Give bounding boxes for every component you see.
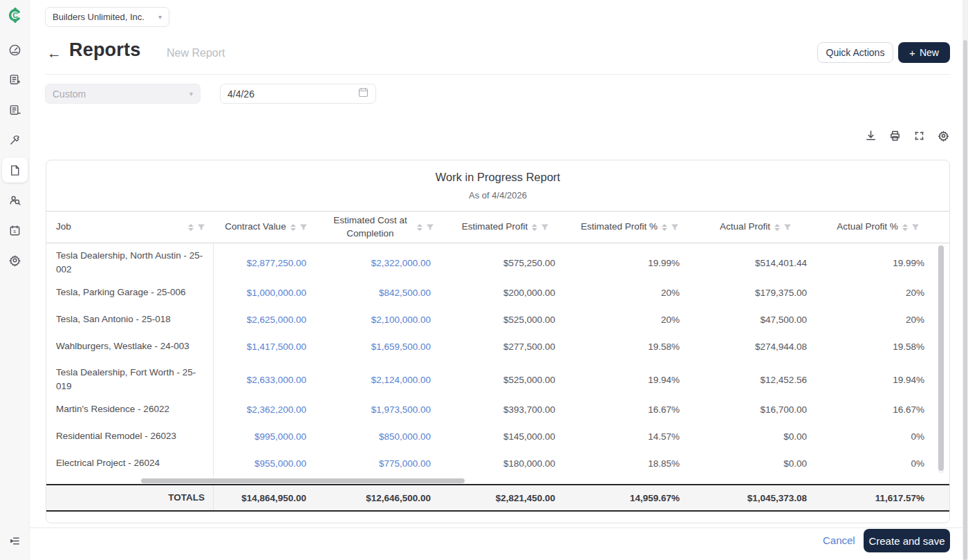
estimated-profit-pct-cell: 19.94% bbox=[568, 375, 692, 385]
sidebar-collapse-button[interactable] bbox=[2, 528, 28, 553]
download-icon[interactable] bbox=[863, 128, 878, 143]
sidebar-item-payroll[interactable]: s bbox=[2, 218, 28, 243]
sort-icon[interactable] bbox=[417, 224, 422, 231]
estimated-profit-cell: $525,000.00 bbox=[443, 315, 568, 325]
filter-icon[interactable] bbox=[783, 223, 792, 232]
estimated-profit-cell: $200,000.00 bbox=[443, 288, 568, 298]
estimated-cost-cell[interactable]: $775,000.00 bbox=[319, 458, 443, 469]
filter-icon[interactable] bbox=[911, 223, 920, 232]
table-header-row: Job Contract Value Estimated Cost at Com… bbox=[46, 211, 949, 243]
calendar-icon[interactable] bbox=[358, 87, 369, 100]
sort-icon[interactable] bbox=[532, 224, 537, 231]
contract-value-cell[interactable]: $2,877,250.00 bbox=[214, 258, 319, 268]
filter-icon[interactable] bbox=[426, 223, 434, 232]
column-header-actual-profit[interactable]: Actual Profit bbox=[692, 212, 819, 243]
actual-profit-cell: $179,375.00 bbox=[692, 288, 819, 298]
calendar-dollar-icon: s bbox=[8, 224, 21, 237]
contract-value-cell[interactable]: $2,633,000.00 bbox=[214, 375, 319, 385]
column-header-contract-value[interactable]: Contract Value bbox=[214, 212, 319, 243]
app-logo-icon[interactable]: C bbox=[6, 6, 24, 24]
settings-icon[interactable] bbox=[936, 128, 951, 143]
estimated-profit-pct-cell: 14.57% bbox=[568, 431, 692, 442]
print-icon[interactable] bbox=[887, 128, 902, 143]
date-range-select[interactable]: Custom ▾ bbox=[45, 84, 201, 104]
report-title: Work in Progress Report bbox=[46, 171, 949, 184]
page-icon bbox=[8, 164, 21, 177]
totals-row: TOTALS $14,864,950.00 $12,646,500.00 $2,… bbox=[46, 484, 949, 512]
collapse-menu-icon bbox=[8, 534, 21, 548]
sidebar-item-contacts[interactable] bbox=[2, 187, 28, 212]
estimated-cost-cell[interactable]: $2,100,000.00 bbox=[319, 315, 443, 325]
filter-icon[interactable] bbox=[671, 223, 679, 232]
create-and-save-button[interactable]: Create and save bbox=[864, 529, 950, 552]
actual-profit-pct-cell: 19.99% bbox=[819, 258, 937, 268]
table-vertical-scrollbar[interactable] bbox=[938, 245, 944, 474]
estimated-profit-pct-cell: 16.67% bbox=[568, 404, 692, 415]
sidebar-item-estimates[interactable] bbox=[2, 97, 28, 122]
column-header-estimated-profit[interactable]: Estimated Profit bbox=[443, 212, 568, 243]
totals-actual-profit: $1,045,373.08 bbox=[692, 493, 819, 503]
contract-value-cell[interactable]: $995,000.00 bbox=[214, 431, 319, 442]
breadcrumb: New Report bbox=[167, 47, 225, 59]
column-header-estimated-profit-pct[interactable]: Estimated Profit % bbox=[568, 212, 692, 243]
filter-icon[interactable] bbox=[197, 223, 205, 232]
estimated-profit-cell: $145,000.00 bbox=[443, 431, 568, 442]
table-horizontal-scrollbar[interactable] bbox=[46, 477, 949, 484]
actual-profit-pct-cell: 20% bbox=[819, 288, 937, 298]
window-scrollbar[interactable] bbox=[962, 0, 968, 560]
gauge-icon bbox=[8, 44, 21, 57]
estimated-cost-cell[interactable]: $1,973,500.00 bbox=[319, 404, 443, 415]
filter-icon[interactable] bbox=[541, 223, 549, 232]
job-cell: Tesla, Parking Garage - 25-006 bbox=[46, 279, 214, 306]
filter-icon[interactable] bbox=[299, 223, 308, 232]
totals-actual-profit-pct: 11,617.57% bbox=[819, 493, 937, 503]
contract-value-cell[interactable]: $2,625,000.00 bbox=[214, 315, 319, 325]
estimated-cost-cell[interactable]: $2,124,000.00 bbox=[319, 375, 443, 385]
sidebar-item-settings[interactable] bbox=[2, 248, 28, 272]
job-cell: Residential Remodel - 26023 bbox=[46, 423, 214, 450]
contract-value-cell[interactable]: $2,362,200.00 bbox=[214, 404, 319, 415]
sidebar-item-jobs[interactable] bbox=[2, 127, 28, 152]
job-cell: Electrical Project - 26024 bbox=[46, 450, 214, 477]
column-header-estimated-cost[interactable]: Estimated Cost at Completion bbox=[319, 212, 443, 243]
contract-value-cell[interactable]: $1,417,500.00 bbox=[214, 342, 319, 352]
sort-icon[interactable] bbox=[188, 224, 194, 231]
estimated-profit-pct-cell: 19.58% bbox=[568, 342, 692, 352]
report-toolbar bbox=[863, 128, 951, 143]
sidebar-item-dashboard[interactable] bbox=[2, 37, 28, 62]
as-of-date-input[interactable] bbox=[227, 88, 345, 100]
sort-icon[interactable] bbox=[774, 224, 780, 231]
estimated-cost-cell[interactable]: $850,000.00 bbox=[319, 431, 443, 442]
job-cell: Martin's Residence - 26022 bbox=[46, 396, 214, 423]
report-subtitle: As of 4/4/2026 bbox=[46, 190, 949, 200]
cancel-button[interactable]: Cancel bbox=[823, 534, 855, 546]
estimated-cost-cell[interactable]: $2,322,000.00 bbox=[319, 258, 443, 268]
svg-text:C: C bbox=[12, 11, 18, 19]
job-cell: Tesla, San Antonio - 25-018 bbox=[46, 306, 214, 333]
actual-profit-cell: $12,452.56 bbox=[692, 375, 819, 385]
estimated-cost-cell[interactable]: $1,659,500.00 bbox=[319, 342, 443, 352]
new-button[interactable]: + New bbox=[898, 42, 950, 63]
contract-value-cell[interactable]: $1,000,000.00 bbox=[214, 288, 319, 298]
sort-icon[interactable] bbox=[290, 224, 296, 231]
people-search-icon bbox=[8, 194, 21, 207]
sort-icon[interactable] bbox=[662, 224, 667, 231]
table-row: Tesla Dealership, Fort Worth - 25-019$2,… bbox=[46, 360, 949, 396]
sidebar-item-invoices[interactable] bbox=[2, 67, 28, 92]
column-header-actual-profit-pct[interactable]: Actual Profit % bbox=[819, 212, 937, 243]
document-lines-icon bbox=[8, 73, 21, 86]
estimated-cost-cell[interactable]: $842,500.00 bbox=[319, 288, 443, 298]
as-of-date-field[interactable] bbox=[220, 84, 376, 104]
column-header-job[interactable]: Job bbox=[46, 212, 214, 243]
expand-icon[interactable] bbox=[911, 128, 927, 143]
quick-actions-button[interactable]: Quick Actions bbox=[817, 42, 893, 63]
company-selector[interactable]: Builders Unlimited, Inc. ▾ bbox=[45, 7, 169, 27]
back-button[interactable]: ← bbox=[47, 45, 62, 62]
sidebar-item-reports[interactable] bbox=[2, 158, 28, 183]
actual-profit-pct-cell: 19.58% bbox=[819, 342, 937, 352]
totals-estimated-profit-pct: 14,959.67% bbox=[568, 493, 692, 503]
contract-value-cell[interactable]: $955,000.00 bbox=[214, 458, 319, 469]
actual-profit-cell: $0.00 bbox=[692, 431, 819, 442]
sort-icon[interactable] bbox=[902, 224, 908, 231]
report-table-body: Tesla Dealership, North Austin - 25-002$… bbox=[46, 243, 949, 477]
